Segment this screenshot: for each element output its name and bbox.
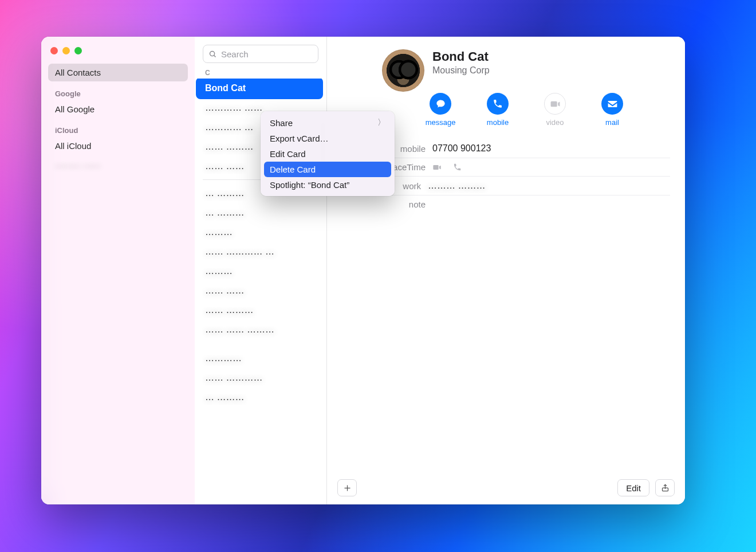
menu-item-spotlight[interactable]: Spotlight: “Bond Cat” — [264, 177, 391, 193]
share-button[interactable] — [655, 479, 675, 496]
list-item[interactable]: ……… — [197, 261, 324, 281]
list-item[interactable]: … ……… — [197, 387, 324, 407]
mail-icon — [601, 93, 623, 115]
list-item[interactable]: ……… — [197, 222, 324, 242]
field-value: 07700 900123 — [432, 143, 491, 154]
menu-item-label: Delete Card — [270, 165, 316, 174]
avatar — [382, 49, 424, 92]
action-label: mobile — [487, 118, 509, 127]
search-field[interactable] — [203, 45, 318, 63]
sidebar: All Contacts Google All Google iCloud Al… — [41, 37, 195, 504]
action-video: video — [540, 93, 570, 127]
add-contact-button[interactable] — [337, 479, 357, 496]
edit-button[interactable]: Edit — [617, 479, 649, 496]
action-mobile[interactable]: mobile — [483, 93, 513, 127]
sidebar-item-all-contacts[interactable]: All Contacts — [48, 64, 188, 81]
action-label: mail — [605, 118, 619, 127]
search-icon — [208, 50, 217, 58]
contact-company: Mousing Corp — [432, 65, 490, 76]
menu-item-export-vcard[interactable]: Export vCard… — [264, 131, 391, 146]
list-gap — [197, 339, 324, 349]
sidebar-group-header: Google — [48, 81, 188, 100]
svg-point-0 — [210, 51, 215, 56]
sidebar-item-all-google[interactable]: All Google — [48, 100, 188, 118]
search-input[interactable] — [221, 49, 330, 59]
svg-line-1 — [214, 55, 216, 57]
menu-item-label: Export vCard… — [270, 134, 329, 143]
list-item-selected[interactable]: Bond Cat — [197, 79, 322, 98]
menu-item-label: Spotlight: “Bond Cat” — [270, 180, 349, 190]
message-icon — [430, 93, 451, 115]
sidebar-group-header: iCloud — [48, 118, 188, 137]
action-label: video — [546, 118, 564, 127]
chevron-right-icon: 〉 — [377, 118, 385, 128]
list-item[interactable]: …… …… — [197, 281, 324, 300]
contacts-window: All Contacts Google All Google iCloud Al… — [41, 37, 685, 504]
close-window-button[interactable] — [50, 47, 58, 54]
video-icon — [544, 93, 566, 115]
phone-icon — [487, 93, 509, 115]
minimize-window-button[interactable] — [62, 47, 70, 54]
zoom-window-button[interactable] — [74, 47, 82, 54]
menu-item-label: Share — [270, 118, 293, 128]
window-controls — [48, 47, 188, 64]
phone-icon — [453, 163, 462, 172]
share-icon — [661, 483, 670, 492]
menu-item-delete-card[interactable]: Delete Card — [264, 162, 391, 177]
sidebar-item[interactable]: ……… …… — [48, 155, 188, 173]
list-item[interactable]: …… ………… — [197, 368, 324, 387]
video-icon — [432, 163, 442, 172]
list-item[interactable]: …… ………… … — [197, 242, 324, 261]
card-footer: Edit — [327, 471, 685, 504]
list-item[interactable]: … ……… — [197, 203, 324, 222]
sidebar-item-all-icloud[interactable]: All iCloud — [48, 137, 188, 155]
context-menu: Share 〉 Export vCard… Edit Card Delete C… — [261, 111, 395, 196]
list-item[interactable]: …… …… ……… — [197, 320, 324, 339]
plus-icon — [343, 484, 352, 492]
field-label: note — [342, 199, 426, 209]
contact-name: Bond Cat — [432, 49, 490, 64]
contact-card: Bond Cat Mousing Corp message mobile — [327, 37, 685, 504]
list-item[interactable]: ………… — [197, 349, 324, 368]
action-mail[interactable]: mail — [597, 93, 627, 127]
field-note[interactable]: note — [342, 195, 670, 213]
list-item[interactable]: …… ……… — [197, 300, 324, 320]
contact-list-column: C Bond Cat ………… …… ………… … …… ……… …… …… …… — [195, 37, 327, 504]
field-value: ……… ……… — [428, 181, 485, 191]
menu-item-edit-card[interactable]: Edit Card — [264, 146, 391, 162]
menu-item-label: Edit Card — [270, 149, 306, 159]
action-label: message — [426, 118, 456, 127]
list-section-letter: C — [195, 68, 326, 79]
action-message[interactable]: message — [426, 93, 455, 127]
menu-item-share[interactable]: Share 〉 — [264, 115, 391, 131]
